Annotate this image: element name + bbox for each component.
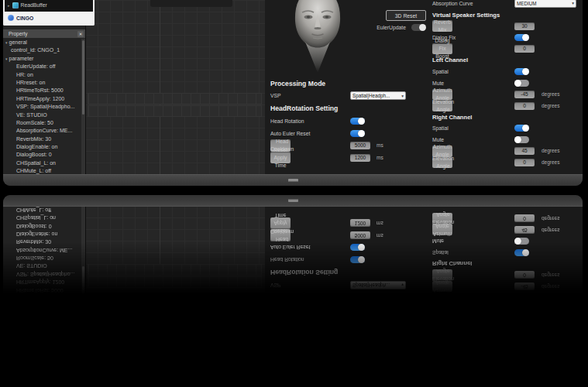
tree-scrollbar-thumb[interactable] [82,40,84,115]
plugin-rack: ▸ ReadBuffer CINGO [3,0,95,26]
vsp-dropdown[interactable]: Spatial|Headph...▾ [350,91,406,100]
unit-label: degrees [542,102,560,110]
expand-arrow-icon[interactable]: ▾ [5,55,8,63]
unit-label: ms [377,142,383,149]
reset-apply-time-field[interactable]: 1200 [350,154,370,162]
tree-scrollbar[interactable] [81,39,85,175]
spatial-toggle[interactable] [514,125,529,132]
tree-item-hrreset-on[interactable]: HRreset: on [3,79,81,87]
setting-label: Head Rotation [270,118,304,124]
resize-handle[interactable] [288,179,298,182]
buffer-icon [12,2,19,9]
reset-3d-button[interactable]: 3D Reset [386,10,426,21]
tree-item-hrtimetorst-5000[interactable]: HRtimeToRst: 5000 [3,87,81,94]
reverb-mix-field[interactable]: 30 [514,22,535,30]
tree-item-label: HRTimeApply: 1200 [16,95,64,103]
cell-row [88,105,262,117]
tree-item-label: DialogBoost: 0 [16,151,52,159]
setting-row-mute: Mute [432,77,583,89]
app-icon [8,15,14,21]
section-header-headrotation-setting: HeadRotation Setting [270,102,432,115]
elevation-angle-field[interactable]: 0 [514,159,535,166]
head-3d-render[interactable] [279,0,356,76]
absorption-curve-dropdown[interactable]: MEDIUM▾ [514,0,576,8]
tree-item-label: general [9,39,27,46]
azimuth-angle-field[interactable]: -45 [514,91,535,98]
rack-item-label: ReadBuffer [21,2,47,8]
tree-item-vsp-spatial-headpho[interactable]: VSP: Spatial|Headpho... [3,103,81,111]
setting-row-spatial: Spatial [432,123,583,135]
tree-item-dialogboost-0[interactable]: DialogBoost: 0 [3,151,81,159]
setting-label: Mute [432,80,444,86]
azimuth-angle-field[interactable]: 45 [514,147,535,155]
tree-item-chspatial-l-on[interactable]: CHSpatial_L: on [3,159,81,167]
head-rotation-toggle[interactable] [350,118,365,125]
workspace-top-tab [150,0,232,7]
setting-label: VSP [270,93,281,98]
setting-row-mute: Mute [432,134,583,146]
tree-item-eulerupdate-off[interactable]: EulerUpdate: off [3,63,81,70]
unit-label: ms [377,154,383,162]
rack-item-readbuffer[interactable]: ▸ ReadBuffer [5,0,93,12]
tree-item-label: ReverbMix: 30 [16,135,51,143]
property-tree: ▾generalcontrol_id: CNGO_1▾parameterEule… [3,39,81,175]
tree-item-label: AbsorptionCurve: ME... [16,127,72,135]
setting-label: Spatial [432,125,449,131]
chevron-down-icon: ▾ [572,1,574,5]
tree-item-label: RoomScale: 50 [16,119,53,127]
tree-item-roomscale-50[interactable]: RoomScale: 50 [3,119,81,127]
setting-row-dialog-fix-boost: Dialog Fix Boost0 [432,43,452,55]
setting-row-reverb-mix: Reverb Mix30 [432,20,452,32]
tree-item-hr-on[interactable]: HR: on [3,71,81,79]
tree-item-control-id-cngo-1[interactable]: control_id: CNGO_1 [3,46,81,54]
expand-arrow-icon[interactable]: ▾ [5,39,8,46]
expand-arrow-icon: ▸ [8,3,10,8]
grid-marker-line [160,0,160,175]
unit-label: degrees [542,91,560,98]
tree-item-label: HRreset: on [16,79,45,87]
setting-label: Mute [432,137,444,142]
unit-label: degrees [542,147,560,155]
tree-item-general[interactable]: ▾general [3,39,81,46]
setting-row-auto-euler-reset: Auto Euler Reset [270,127,432,139]
tree-item-label: CHSpatial_L: on [16,159,56,167]
tree-item-hrtimeapply-1200[interactable]: HRTimeApply: 1200 [3,95,81,103]
setting-row-absorption-curve: Absorption CurveMEDIUM▾ [432,0,583,9]
auto-euler-reset-toggle[interactable] [350,130,365,137]
tree-item-label: VE: STUDIO [16,111,47,119]
tree-item-label: DialogEnable: on [16,143,57,151]
tree-item-parameter[interactable]: ▾parameter [3,55,81,63]
tree-item-ve-studio[interactable]: VE: STUDIO [3,111,81,119]
workspace-grid[interactable] [85,0,265,175]
main-window: Property ✕ ▾generalcontrol_id: CNGO_1▾pa… [3,0,583,186]
tree-item-dialogenable-on[interactable]: DialogEnable: on [3,143,81,151]
mute-toggle[interactable] [514,136,529,143]
mute-toggle[interactable] [514,80,529,87]
tree-item-label: parameter [9,55,34,63]
dialog-fix-toggle[interactable] [514,34,529,41]
section-header-left-channel: Left Channel [432,54,583,66]
tree-item-label: HRtimeToRst: 5000 [16,87,64,94]
tree-item-label: control_id: CNGO_1 [11,46,60,54]
cell-row [88,93,262,104]
dialog-fix-boost-field[interactable]: 0 [514,45,535,53]
setting-row-elevation-angle: Elevation Angle0degrees [432,100,452,111]
spatial-toggle[interactable] [514,68,529,75]
setting-row-elevation-angle: Elevation Angle0degrees [432,157,452,169]
setting-label: Elevation Angle [432,155,454,170]
section-header-processing-mode: Processing Mode [270,77,432,90]
close-icon[interactable]: ✕ [77,31,84,37]
elevation-angle-field[interactable]: 0 [514,102,535,110]
tree-item-reverbmix-30[interactable]: ReverbMix: 30 [3,135,81,143]
rack-item-cingo[interactable]: CINGO [5,12,93,24]
property-panel-title: Property [9,31,77,36]
head-cooldown-field[interactable]: 5000 [350,142,370,149]
euler-update-toggle[interactable] [411,24,426,31]
tree-item-absorptioncurve-me[interactable]: AbsorptionCurve: ME... [3,127,81,135]
setting-label: Auto Euler Reset [270,131,310,136]
section-header-right-channel: Right Channel [432,111,583,123]
setting-row-reset-apply-time: Reset Apply Time1200ms [270,152,291,164]
tree-item-label: EulerUpdate: off [16,63,55,70]
setting-label: Spatial [432,69,449,74]
window-bottom-bar[interactable] [3,174,583,186]
